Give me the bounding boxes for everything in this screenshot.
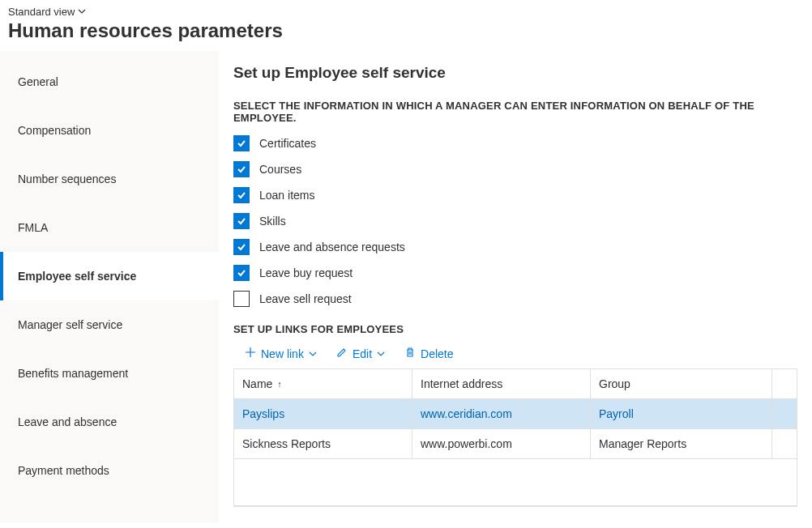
sidebar-item-label: FMLA	[18, 221, 48, 234]
chevron-down-icon	[78, 6, 86, 18]
sidebar-item-employee-self-service[interactable]: Employee self service	[0, 252, 219, 300]
sidebar-item-label: Employee self service	[18, 270, 136, 283]
sidebar-item-general[interactable]: General	[0, 57, 219, 106]
main-title: Set up Employee self service	[233, 64, 797, 82]
sort-ascending-icon: ↑	[277, 379, 282, 389]
checkmark-icon	[236, 241, 247, 253]
checkmark-icon	[236, 138, 247, 149]
sidebar-item-label: Leave and absence	[18, 415, 117, 428]
checkbox-certificates[interactable]	[233, 135, 250, 151]
column-header-name-label: Name	[242, 377, 272, 390]
links-toolbar: New link Edit	[245, 347, 797, 360]
chevron-down-icon	[309, 347, 317, 360]
checkbox-row: Skills	[233, 213, 797, 229]
edit-button[interactable]: Edit	[336, 347, 385, 360]
checkbox-row: Leave buy request	[233, 265, 797, 281]
column-header-group[interactable]: Group	[591, 369, 772, 398]
checkmark-icon	[236, 215, 247, 227]
column-header-url[interactable]: Internet address	[412, 369, 591, 398]
sidebar-item-benefits-management[interactable]: Benefits management	[0, 349, 219, 398]
checkbox-label: Leave buy request	[259, 266, 353, 279]
checkbox-label: Courses	[259, 163, 301, 176]
checkbox-label: Certificates	[259, 137, 316, 150]
checkbox-label: Skills	[259, 215, 286, 228]
column-header-group-label: Group	[599, 377, 630, 390]
cell-name: Payslips	[234, 399, 412, 428]
column-header-url-label: Internet address	[421, 377, 502, 390]
sidebar-item-label: Benefits management	[18, 367, 128, 380]
cell-name: Sickness Reports	[234, 429, 412, 458]
checkbox-leave-sell-request[interactable]	[233, 291, 250, 307]
cell-spacer	[772, 429, 797, 458]
trash-icon	[404, 347, 416, 360]
page-title: Human resources parameters	[8, 19, 804, 42]
checkmark-icon	[236, 164, 247, 175]
sidebar-item-fmla[interactable]: FMLA	[0, 203, 219, 252]
table-row[interactable]: Sickness Reportswww.powerbi.comManager R…	[234, 429, 797, 459]
checkbox-label: Leave sell request	[259, 292, 352, 305]
pencil-icon	[336, 347, 348, 360]
sidebar-item-manager-self-service[interactable]: Manager self service	[0, 300, 219, 349]
new-link-button[interactable]: New link	[245, 347, 317, 360]
column-header-name[interactable]: Name ↑	[234, 369, 412, 398]
checkbox-leave-and-absence-requests[interactable]	[233, 239, 250, 255]
section-manager-info-header: Select the information in which a manage…	[233, 100, 797, 124]
sidebar-item-label: Payment methods	[18, 464, 109, 477]
checkbox-label: Leave and absence requests	[259, 241, 405, 253]
links-table: Name ↑ Internet address Group Payslipsww…	[233, 368, 797, 507]
chevron-down-icon	[377, 347, 385, 360]
checkbox-courses[interactable]	[233, 161, 250, 177]
checkbox-row: Loan items	[233, 187, 797, 203]
sidebar-item-leave-and-absence[interactable]: Leave and absence	[0, 398, 219, 446]
sidebar-item-label: Manager self service	[18, 318, 122, 331]
table-row[interactable]: Payslipswww.ceridian.comPayroll	[234, 399, 797, 429]
view-dropdown[interactable]: Standard view	[8, 6, 86, 18]
checkmark-icon	[236, 189, 247, 201]
checkmark-icon	[236, 267, 247, 279]
checkbox-loan-items[interactable]	[233, 187, 250, 203]
delete-button[interactable]: Delete	[404, 347, 453, 360]
sidebar-item-number-sequences[interactable]: Number sequences	[0, 155, 219, 203]
column-header-spacer	[772, 369, 797, 398]
checkbox-row: Leave sell request	[233, 291, 797, 307]
table-header-row: Name ↑ Internet address Group	[234, 369, 797, 399]
cell-spacer	[772, 399, 797, 428]
sidebar-item-payment-methods[interactable]: Payment methods	[0, 446, 219, 495]
checkbox-label: Loan items	[259, 189, 314, 202]
new-link-label: New link	[261, 347, 304, 360]
checkbox-list: CertificatesCoursesLoan itemsSkillsLeave…	[233, 135, 797, 307]
main-content: Set up Employee self service Select the …	[219, 51, 812, 522]
checkbox-skills[interactable]	[233, 213, 250, 229]
table-body: Payslipswww.ceridian.comPayrollSickness …	[234, 399, 797, 506]
sidebar: GeneralCompensationNumber sequencesFMLAE…	[0, 51, 219, 522]
cell-group: Manager Reports	[591, 429, 772, 458]
sidebar-item-label: General	[18, 75, 58, 88]
checkbox-row: Certificates	[233, 135, 797, 151]
edit-label: Edit	[353, 347, 372, 360]
cell-url: www.powerbi.com	[412, 429, 591, 458]
cell-group: Payroll	[591, 399, 772, 428]
plus-icon	[245, 347, 256, 360]
checkbox-row: Leave and absence requests	[233, 239, 797, 255]
section-links-header: Set up links for employees	[233, 323, 797, 335]
delete-label: Delete	[421, 347, 453, 360]
sidebar-item-label: Number sequences	[18, 172, 116, 185]
cell-url: www.ceridian.com	[412, 399, 591, 428]
checkbox-leave-buy-request[interactable]	[233, 265, 250, 281]
sidebar-item-label: Compensation	[18, 124, 91, 137]
view-dropdown-label: Standard view	[8, 6, 75, 18]
sidebar-item-compensation[interactable]: Compensation	[0, 106, 219, 155]
checkbox-row: Courses	[233, 161, 797, 177]
